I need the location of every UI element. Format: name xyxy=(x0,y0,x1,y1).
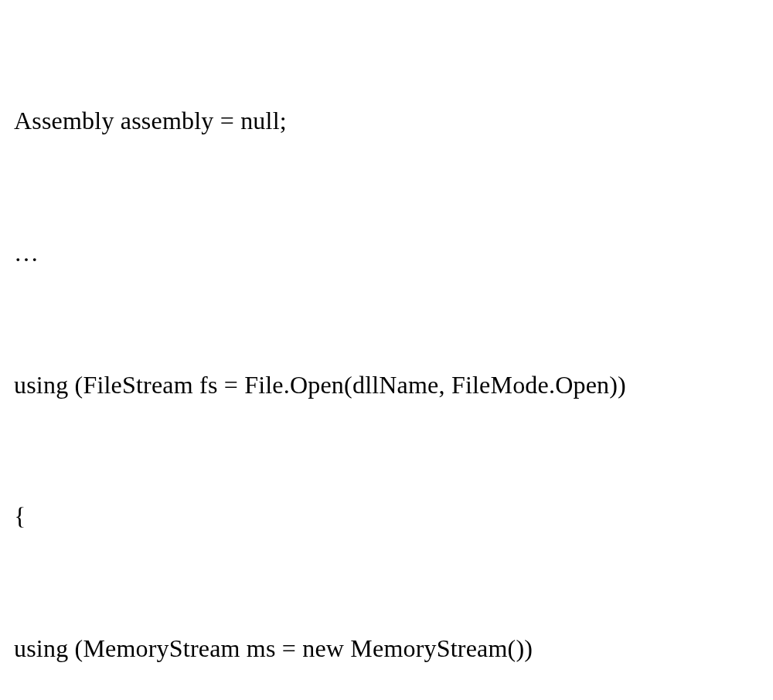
code-line: { xyxy=(14,494,759,539)
code-line: using (FileStream fs = File.Open(dllName… xyxy=(14,363,759,407)
code-line: … xyxy=(14,231,759,275)
code-line: using (MemoryStream ms = new MemoryStrea… xyxy=(14,627,759,671)
code-snippet: Assembly assembly = null; … using (FileS… xyxy=(14,11,759,700)
code-line: Assembly assembly = null; xyxy=(14,99,759,143)
